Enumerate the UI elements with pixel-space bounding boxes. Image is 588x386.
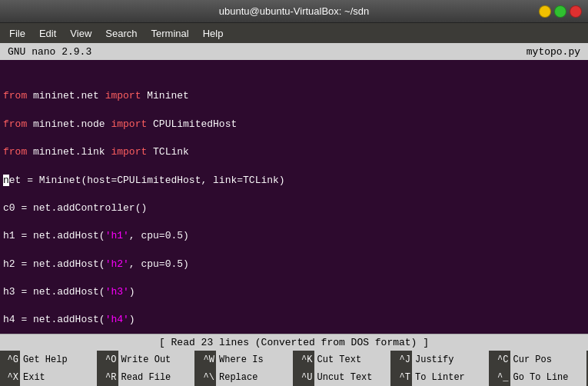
- menu-search[interactable]: Search: [99, 26, 143, 41]
- shortcut-where-is[interactable]: ^W Where Is: [196, 351, 294, 368]
- line-5: net = Mininet(host=CPULimitedHost, link=…: [3, 174, 585, 188]
- shortcut-exit[interactable]: ^X Exit: [0, 368, 98, 386]
- shortcut-key-2: ^O: [100, 354, 118, 365]
- window-controls[interactable]: [539, 5, 582, 18]
- shortcut-label-9: Replace: [216, 368, 293, 386]
- status-text: [ Read 23 lines (Converted from DOS form…: [159, 337, 429, 348]
- shortcut-key-12: ^_: [492, 372, 510, 383]
- shortcut-row-1: ^G Get Help ^O Write Out ^W Where Is ^K …: [0, 351, 588, 368]
- shortcut-label-10: Uncut Text: [314, 368, 391, 386]
- shortcut-uncut-text[interactable]: ^U Uncut Text: [294, 368, 393, 386]
- shortcut-justify[interactable]: ^J Justify: [392, 351, 490, 368]
- editor-area[interactable]: from mininet.net import Mininet from min…: [0, 60, 588, 334]
- shortcut-cur-pos[interactable]: ^C Cur Pos: [490, 351, 589, 368]
- shortcut-get-help[interactable]: ^G Get Help: [0, 351, 98, 368]
- close-button[interactable]: [570, 5, 582, 18]
- shortcuts-panel: ^G Get Help ^O Write Out ^W Where Is ^K …: [0, 351, 588, 386]
- menu-help[interactable]: Help: [197, 26, 230, 41]
- shortcut-replace[interactable]: ^\ Replace: [196, 368, 294, 386]
- shortcut-key-7: ^X: [2, 372, 20, 383]
- shortcut-cut-text[interactable]: ^K Cut Text: [294, 351, 393, 368]
- shortcut-key-10: ^U: [296, 372, 314, 383]
- menu-view[interactable]: View: [64, 26, 98, 41]
- line-2: from mininet.net import Mininet: [3, 89, 585, 103]
- title-bar: ubuntu@ubuntu-VirtualBox: ~/sdn: [0, 0, 588, 23]
- shortcut-key-5: ^J: [394, 354, 412, 365]
- shortcut-label-2: Write Out: [118, 351, 195, 368]
- shortcut-row-2: ^X Exit ^R Read File ^\ Replace ^U Uncut…: [0, 368, 588, 386]
- nano-header: GNU nano 2.9.3 mytopo.py: [0, 43, 588, 60]
- maximize-button[interactable]: [554, 5, 566, 18]
- shortcut-to-linter[interactable]: ^T To Linter: [392, 368, 490, 386]
- line-6: c0 = net.addController(): [3, 201, 585, 215]
- shortcut-key-8: ^R: [100, 372, 118, 383]
- shortcut-key-9: ^\: [198, 372, 216, 383]
- shortcut-label-7: Exit: [20, 368, 97, 386]
- line-9: h3 = net.addHost('h3'): [3, 285, 585, 299]
- shortcut-label-4: Cut Text: [314, 351, 391, 368]
- shortcut-label-11: To Linter: [412, 368, 489, 386]
- line-4: from mininet.link import TCLink: [3, 145, 585, 159]
- shortcut-read-file[interactable]: ^R Read File: [98, 368, 197, 386]
- shortcut-label-1: Get Help: [20, 351, 97, 368]
- shortcut-key-4: ^K: [296, 354, 314, 365]
- nano-version: GNU nano 2.9.3: [8, 46, 91, 58]
- menu-file[interactable]: File: [3, 26, 32, 41]
- line-1: [3, 62, 585, 75]
- shortcut-label-6: Cur Pos: [510, 351, 587, 368]
- menu-terminal[interactable]: Terminal: [145, 26, 195, 41]
- menu-bar: File Edit View Search Terminal Help: [0, 23, 588, 43]
- line-10: h4 = net.addHost('h4'): [3, 313, 585, 327]
- shortcut-key-1: ^G: [2, 354, 20, 365]
- shortcut-label-12: Go To Line: [510, 368, 587, 386]
- window-title: ubuntu@ubuntu-VirtualBox: ~/sdn: [219, 5, 369, 17]
- shortcut-label-5: Justify: [412, 351, 489, 368]
- shortcut-key-11: ^T: [394, 372, 412, 383]
- shortcut-go-to-line[interactable]: ^_ Go To Line: [490, 368, 589, 386]
- minimize-button[interactable]: [539, 5, 551, 18]
- status-bar: [ Read 23 lines (Converted from DOS form…: [0, 334, 588, 351]
- line-7: h1 = net.addHost('h1', cpu=0.5): [3, 229, 585, 243]
- shortcut-label-3: Where Is: [216, 351, 293, 368]
- shortcut-key-6: ^C: [492, 354, 510, 365]
- menu-edit[interactable]: Edit: [33, 26, 62, 41]
- filename: mytopo.py: [527, 46, 580, 58]
- shortcut-write-out[interactable]: ^O Write Out: [98, 351, 197, 368]
- shortcut-key-3: ^W: [198, 354, 216, 365]
- shortcut-label-8: Read File: [118, 368, 195, 386]
- line-3: from mininet.node import CPULimitedHost: [3, 118, 585, 131]
- line-8: h2 = net.addHost('h2', cpu=0.5): [3, 258, 585, 271]
